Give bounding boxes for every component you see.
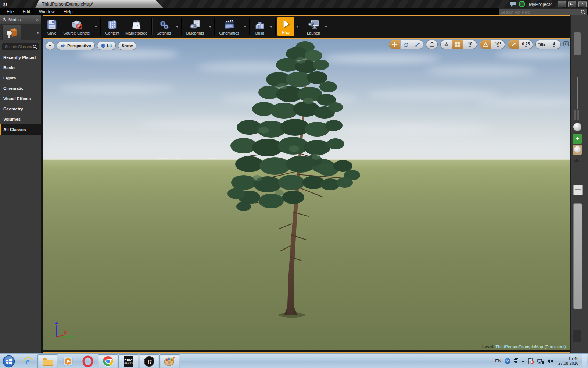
level-tab[interactable]: ThirdPersonExampleMap* [35,0,163,8]
show-hidden-icons-button[interactable] [521,360,524,362]
language-indicator[interactable]: EN [495,358,501,364]
show-desktop-button[interactable] [582,354,587,368]
content-button[interactable]: Content [102,16,122,37]
camera-speed-button[interactable] [536,40,547,49]
help-tray-icon[interactable]: ? [505,358,510,364]
network-tray-icon[interactable] [537,358,544,364]
internet-explorer-button[interactable]: e [18,355,37,368]
epic-games-icon: EPIC GAMES [124,356,133,367]
engine-status-icon[interactable] [519,1,525,7]
volume-tray-icon[interactable] [547,358,553,364]
translate-tool-button[interactable] [389,40,401,49]
source-control-button[interactable]: Source Control [60,16,93,37]
category-lights[interactable]: Lights [0,73,41,83]
scrollbar-handle-long[interactable] [573,203,582,309]
source-control-icon [71,19,83,30]
content-browser-icon [107,19,118,30]
paint-app-button[interactable] [159,354,180,368]
surface-snap-button[interactable] [441,40,452,49]
grid-snap-value-button[interactable]: 10 [463,40,477,49]
epic-games-button[interactable]: EPIC GAMES [118,354,139,368]
restore-button[interactable] [568,1,576,7]
palette-icon [164,356,176,367]
menu-edit[interactable]: Edit [18,8,35,15]
rotate-tool-button[interactable] [401,40,412,49]
material-sphere-button[interactable] [573,145,582,155]
action-center-flag-icon[interactable] [528,358,534,364]
view-mode-button[interactable]: Lit [97,42,116,50]
mode-selector-row: » [0,24,41,40]
pine-tree[interactable] [43,39,567,350]
scale-snap-group: 0.25 [508,40,533,49]
marketplace-button[interactable]: u Marketplace [122,16,150,37]
source-control-dropdown-icon[interactable] [94,26,97,28]
camera-speed-value-button[interactable]: 4 [547,40,560,49]
chat-bubble-icon[interactable] [510,1,516,7]
place-mode-button[interactable] [2,25,21,40]
chrome-button[interactable] [98,354,118,368]
build-button[interactable]: Build [251,16,268,37]
viewport-options-button[interactable] [46,42,54,50]
class-search-box [2,43,39,50]
rotation-snap-toggle-button[interactable] [480,40,491,49]
coordinate-system-group [426,40,438,49]
surface-snap-icon [444,42,449,47]
tray-window-icon[interactable] [514,358,518,364]
category-all-classes[interactable]: All Classes [0,124,41,135]
globe-icon [429,42,435,47]
modes-panel-header[interactable]: Modes ✕ [0,15,41,24]
play-button[interactable]: Play [277,17,294,36]
scrollbar-handle[interactable] [574,32,581,55]
menu-help[interactable]: Help [59,8,77,15]
opera-button[interactable] [78,355,98,368]
launch-button[interactable]: Launch [304,16,323,37]
unreal-engine-button[interactable]: u [139,354,159,368]
class-search-input[interactable] [4,44,33,49]
grid-snap-toggle-button[interactable] [452,40,463,49]
help-search-input[interactable] [499,10,581,14]
close-button[interactable]: × [578,1,587,7]
level-tab-title: ThirdPersonExampleMap* [42,1,93,7]
minimize-button[interactable]: – [558,1,566,7]
taskbar-clock[interactable]: 15:46 27.08.2016 [558,356,578,366]
level-viewport[interactable]: Perspective Lit Show [43,38,570,352]
cinematics-dropdown-icon[interactable] [244,26,247,28]
blueprints-button[interactable]: Blueprints [183,16,207,37]
rotation-snap-value-button[interactable]: 10° [491,40,505,49]
maximize-viewport-button[interactable] [563,41,569,48]
expand-modes-icon[interactable]: » [37,30,39,36]
cinematics-button[interactable]: Cinematics [216,16,242,37]
category-visual-effects[interactable]: Visual Effects [0,93,41,104]
project-name: MyProject4 [529,1,553,7]
scale-snap-toggle-button[interactable] [508,40,519,49]
build-dropdown-icon[interactable] [270,26,273,28]
media-player-button[interactable] [58,355,78,368]
scale-snap-value-button[interactable]: 0.25 [519,40,533,49]
file-explorer-button[interactable] [37,354,58,368]
add-button[interactable]: + [573,134,582,144]
category-cinematic[interactable]: Cinematic [0,83,41,93]
world-local-toggle-button[interactable] [426,40,437,49]
camera-mode-button[interactable]: Perspective [57,42,95,50]
close-panel-icon[interactable]: ✕ [36,18,39,22]
category-recently-placed[interactable]: Recently Placed [0,52,41,63]
settings-dropdown-icon[interactable] [176,26,179,28]
start-button[interactable] [0,355,18,368]
main-toolbar: Save Source Control Content u Marketplac… [43,16,570,37]
play-dropdown-icon[interactable] [296,26,299,28]
save-button[interactable]: Save [43,16,60,37]
show-button[interactable]: Show [118,42,137,50]
blueprints-dropdown-icon[interactable] [209,26,212,28]
menu-window[interactable]: Window [35,8,59,15]
category-volumes[interactable]: Volumes [0,114,41,124]
category-geometry[interactable]: Geometry [0,104,41,114]
settings-button[interactable]: Settings [154,16,174,37]
svg-text:u: u [147,357,152,365]
list-panel-icon[interactable] [573,185,583,195]
launch-dropdown-icon[interactable] [325,26,327,28]
sphere-icon[interactable] [573,123,581,131]
category-basic[interactable]: Basic [0,63,41,73]
scale-tool-button[interactable] [412,40,423,49]
menu-file[interactable]: File [0,8,18,15]
level-status: Level: ThirdPersonExampleMap (Persistent… [482,344,566,349]
